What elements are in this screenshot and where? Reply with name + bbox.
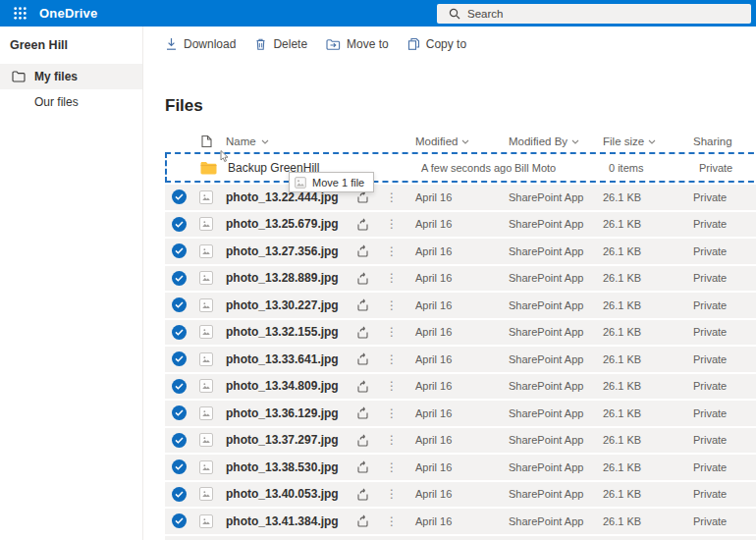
selected-check-icon[interactable] [172,243,187,258]
sidebar: Green Hill My files Our files [0,27,143,540]
file-sharing: Private [687,191,756,203]
file-name[interactable]: photo_13.27.356.jpg [220,244,352,258]
more-actions-button[interactable]: ⋮ [374,407,409,419]
app-launcher-icon[interactable] [0,0,39,27]
share-button[interactable] [352,406,374,419]
file-name[interactable]: photo_13.33.641.jpg [220,352,352,366]
share-icon [356,326,370,339]
file-name[interactable]: photo_13.34.809.jpg [220,379,352,393]
file-name[interactable]: photo_13.30.227.jpg [220,298,352,312]
drag-cursor-icon [220,150,231,163]
table-row[interactable]: photo_13.34.809.jpg ⋮ April 16 SharePoin… [165,374,756,400]
table-row[interactable]: photo_13.25.679.jpg ⋮ April 16 SharePoin… [165,212,756,238]
selected-check-icon[interactable] [172,325,187,340]
delete-button[interactable]: Delete [254,37,307,51]
more-actions-button[interactable]: ⋮ [374,191,409,203]
share-button[interactable] [352,460,374,473]
table-row[interactable]: photo_13.40.053.jpg ⋮ April 16 SharePoin… [165,482,756,508]
share-button[interactable] [352,514,374,527]
more-actions-button[interactable]: ⋮ [374,272,409,284]
table-row[interactable]: photo_13.33.641.jpg ⋮ April 16 SharePoin… [165,347,756,372]
file-name[interactable]: photo_13.38.530.jpg [220,460,352,474]
share-button[interactable] [352,218,374,231]
share-button[interactable] [352,272,374,285]
selected-check-icon[interactable] [172,351,187,366]
file-sharing: Private [687,299,756,311]
top-bar: OneDrive Search [0,0,756,27]
table-row-partial[interactable] [165,536,756,540]
more-actions-button[interactable]: ⋮ [374,299,409,311]
file-modified-by: SharePoint App [503,218,597,230]
vertical-ellipsis-icon: ⋮ [386,326,398,338]
column-header-file-size[interactable]: File size [597,135,687,147]
selected-check-icon[interactable] [172,459,187,474]
drop-target-folder-row[interactable]: Backup GreenHill A few seconds ago Bill … [165,152,756,183]
share-button[interactable] [352,244,374,257]
file-name[interactable]: photo_13.36.129.jpg [220,406,352,420]
file-modified: April 16 [409,299,503,311]
more-actions-button[interactable]: ⋮ [374,218,409,230]
download-button[interactable]: Download [165,37,236,51]
selected-check-icon[interactable] [172,379,187,394]
more-actions-button[interactable]: ⋮ [374,515,409,527]
selected-check-icon[interactable] [172,513,187,528]
file-name[interactable]: photo_13.28.889.jpg [220,271,352,285]
table-row[interactable]: photo_13.28.889.jpg ⋮ April 16 SharePoin… [165,266,756,292]
file-name[interactable]: photo_13.25.679.jpg [220,217,352,231]
file-name[interactable]: photo_13.40.053.jpg [220,487,352,501]
share-button[interactable] [352,190,374,203]
share-button[interactable] [352,326,374,339]
file-name[interactable]: photo_13.41.384.jpg [220,514,352,528]
selected-check-icon[interactable] [172,433,187,448]
move-to-button[interactable]: Move to [326,37,389,51]
sidebar-item-our-files[interactable]: Our files [0,89,142,115]
more-actions-button[interactable]: ⋮ [374,353,409,365]
table-row[interactable]: photo_13.32.155.jpg ⋮ April 16 SharePoin… [165,320,756,346]
selected-check-icon[interactable] [172,297,187,312]
file-modified: April 16 [409,515,503,527]
file-modified-by: SharePoint App [503,488,597,500]
delete-icon [254,37,267,51]
file-name[interactable]: photo_13.32.155.jpg [220,325,352,339]
column-header-modified-by[interactable]: Modified By [503,135,597,147]
column-header-name[interactable]: Name [220,135,352,147]
table-row[interactable]: photo_13.36.129.jpg ⋮ April 16 SharePoin… [165,401,756,426]
table-row[interactable]: photo_13.41.384.jpg ⋮ April 16 SharePoin… [165,509,756,534]
share-button[interactable] [352,380,374,393]
more-actions-button[interactable]: ⋮ [374,326,409,338]
more-actions-button[interactable]: ⋮ [374,488,409,500]
share-button[interactable] [352,298,374,311]
more-actions-button[interactable]: ⋮ [374,434,409,446]
table-row[interactable]: photo_13.38.530.jpg ⋮ April 16 SharePoin… [165,455,756,480]
search-input[interactable]: Search [437,4,751,24]
share-button[interactable] [352,434,374,447]
column-header-modified[interactable]: Modified [409,135,503,147]
image-thumbnail-icon [199,271,213,285]
file-sharing: Private [687,272,756,284]
selected-check-icon[interactable] [172,217,187,232]
share-button[interactable] [352,352,374,365]
selected-check-icon[interactable] [172,189,187,204]
share-button[interactable] [352,488,374,501]
file-modified-by: SharePoint App [503,380,597,392]
table-row[interactable]: photo_13.22.444.jpg ⋮ April 16 SharePoin… [165,185,756,210]
more-actions-button[interactable]: ⋮ [374,245,409,257]
table-row[interactable]: photo_13.37.297.jpg ⋮ April 16 SharePoin… [165,428,756,454]
table-row[interactable]: photo_13.27.356.jpg ⋮ April 16 SharePoin… [165,239,756,264]
selected-check-icon[interactable] [172,271,187,286]
share-icon [356,244,370,257]
selected-check-icon[interactable] [172,405,187,420]
file-size: 26.1 KB [597,488,687,500]
file-name[interactable]: photo_13.37.297.jpg [220,433,352,447]
more-actions-button[interactable]: ⋮ [374,380,409,392]
share-icon [356,272,370,285]
file-sharing: Private [687,488,756,500]
file-size: 26.1 KB [597,434,687,446]
copy-to-button[interactable]: Copy to [407,37,466,51]
selected-check-icon[interactable] [172,487,187,502]
more-actions-button[interactable]: ⋮ [374,461,409,473]
table-row[interactable]: photo_13.30.227.jpg ⋮ April 16 SharePoin… [165,293,756,318]
file-modified: April 16 [409,272,503,284]
column-header-sharing[interactable]: Sharing [687,135,756,147]
sidebar-item-my-files[interactable]: My files [0,64,142,89]
